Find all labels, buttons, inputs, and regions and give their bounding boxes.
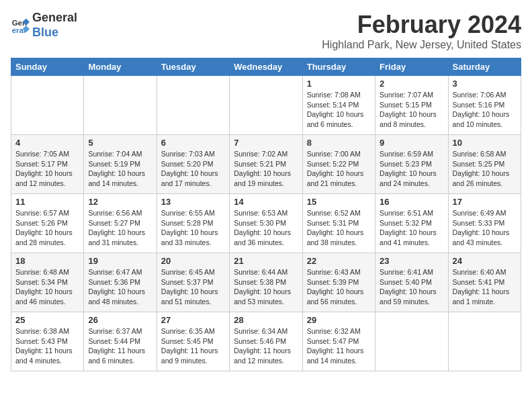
calendar-cell: 23Sunrise: 6:41 AMSunset: 5:40 PMDayligh…: [375, 253, 448, 312]
logo-general-text: General: [32, 11, 77, 24]
logo: Gen eral General Blue: [11, 11, 77, 40]
day-info: Sunrise: 7:06 AMSunset: 5:16 PMDaylight:…: [453, 90, 517, 130]
day-number: 17: [453, 197, 517, 207]
calendar-cell: 6Sunrise: 7:03 AMSunset: 5:20 PMDaylight…: [157, 135, 229, 194]
day-number: 21: [234, 256, 298, 266]
day-info: Sunrise: 6:59 AMSunset: 5:23 PMDaylight:…: [380, 149, 443, 189]
day-info: Sunrise: 6:41 AMSunset: 5:40 PMDaylight:…: [380, 267, 443, 307]
header-row: SundayMondayTuesdayWednesdayThursdayFrid…: [11, 58, 521, 76]
calendar-cell: 26Sunrise: 6:37 AMSunset: 5:44 PMDayligh…: [84, 312, 157, 371]
day-number: 24: [453, 256, 517, 266]
day-info: Sunrise: 6:48 AMSunset: 5:34 PMDaylight:…: [15, 267, 79, 307]
calendar-week-row: 18Sunrise: 6:48 AMSunset: 5:34 PMDayligh…: [11, 253, 521, 312]
calendar-cell: 16Sunrise: 6:51 AMSunset: 5:32 PMDayligh…: [375, 194, 448, 253]
day-number: 10: [453, 138, 517, 148]
calendar-cell: [84, 76, 157, 135]
day-number: 7: [234, 138, 298, 148]
day-info: Sunrise: 6:56 AMSunset: 5:27 PMDaylight:…: [88, 208, 152, 248]
calendar-week-row: 25Sunrise: 6:38 AMSunset: 5:43 PMDayligh…: [11, 312, 521, 371]
logo-blue-text: Blue: [32, 26, 58, 39]
day-number: 16: [380, 197, 443, 207]
day-number: 6: [161, 138, 225, 148]
day-number: 26: [88, 315, 152, 325]
day-number: 22: [307, 256, 371, 266]
calendar-cell: 9Sunrise: 6:59 AMSunset: 5:23 PMDaylight…: [375, 135, 448, 194]
day-info: Sunrise: 6:53 AMSunset: 5:30 PMDaylight:…: [234, 208, 298, 248]
day-of-week-header: Tuesday: [157, 58, 229, 76]
day-number: 4: [15, 138, 79, 148]
calendar-cell: 15Sunrise: 6:52 AMSunset: 5:31 PMDayligh…: [302, 194, 375, 253]
day-info: Sunrise: 6:40 AMSunset: 5:41 PMDaylight:…: [453, 267, 517, 307]
day-info: Sunrise: 6:47 AMSunset: 5:36 PMDaylight:…: [88, 267, 152, 307]
day-info: Sunrise: 6:51 AMSunset: 5:32 PMDaylight:…: [380, 208, 443, 248]
calendar-cell: 22Sunrise: 6:43 AMSunset: 5:39 PMDayligh…: [302, 253, 375, 312]
day-info: Sunrise: 6:52 AMSunset: 5:31 PMDaylight:…: [307, 208, 371, 248]
calendar-week-row: 4Sunrise: 7:05 AMSunset: 5:17 PMDaylight…: [11, 135, 521, 194]
day-of-week-header: Monday: [84, 58, 157, 76]
day-info: Sunrise: 6:58 AMSunset: 5:25 PMDaylight:…: [453, 149, 517, 189]
day-number: 15: [307, 197, 371, 207]
calendar-cell: 3Sunrise: 7:06 AMSunset: 5:16 PMDaylight…: [448, 76, 521, 135]
calendar-table: SundayMondayTuesdayWednesdayThursdayFrid…: [11, 58, 521, 371]
day-info: Sunrise: 6:55 AMSunset: 5:28 PMDaylight:…: [161, 208, 225, 248]
day-info: Sunrise: 6:32 AMSunset: 5:47 PMDaylight:…: [307, 326, 371, 366]
day-info: Sunrise: 7:02 AMSunset: 5:21 PMDaylight:…: [234, 149, 298, 189]
calendar-cell: 11Sunrise: 6:57 AMSunset: 5:26 PMDayligh…: [11, 194, 84, 253]
calendar-cell: 20Sunrise: 6:45 AMSunset: 5:37 PMDayligh…: [157, 253, 229, 312]
calendar-cell: 17Sunrise: 6:49 AMSunset: 5:33 PMDayligh…: [448, 194, 521, 253]
calendar-cell: [448, 312, 521, 371]
day-of-week-header: Saturday: [448, 58, 521, 76]
day-info: Sunrise: 7:00 AMSunset: 5:22 PMDaylight:…: [307, 149, 371, 189]
day-number: 19: [88, 256, 152, 266]
calendar-title: February 2024: [322, 11, 521, 39]
day-of-week-header: Friday: [375, 58, 448, 76]
day-of-week-header: Thursday: [302, 58, 375, 76]
day-number: 8: [307, 138, 371, 148]
calendar-cell: 5Sunrise: 7:04 AMSunset: 5:19 PMDaylight…: [84, 135, 157, 194]
calendar-cell: [375, 312, 448, 371]
calendar-cell: 25Sunrise: 6:38 AMSunset: 5:43 PMDayligh…: [11, 312, 84, 371]
calendar-cell: 7Sunrise: 7:02 AMSunset: 5:21 PMDaylight…: [230, 135, 302, 194]
calendar-cell: 14Sunrise: 6:53 AMSunset: 5:30 PMDayligh…: [230, 194, 302, 253]
title-area: February 2024 Highland Park, New Jersey,…: [322, 11, 521, 51]
day-number: 27: [161, 315, 225, 325]
day-number: 3: [453, 79, 517, 89]
day-of-week-header: Wednesday: [230, 58, 302, 76]
day-number: 11: [15, 197, 79, 207]
calendar-cell: 24Sunrise: 6:40 AMSunset: 5:41 PMDayligh…: [448, 253, 521, 312]
calendar-cell: [157, 76, 229, 135]
calendar-cell: 28Sunrise: 6:34 AMSunset: 5:46 PMDayligh…: [230, 312, 302, 371]
day-number: 25: [15, 315, 79, 325]
calendar-cell: 19Sunrise: 6:47 AMSunset: 5:36 PMDayligh…: [84, 253, 157, 312]
day-number: 20: [161, 256, 225, 266]
logo-icon: Gen eral: [11, 16, 30, 35]
calendar-cell: 1Sunrise: 7:08 AMSunset: 5:14 PMDaylight…: [302, 76, 375, 135]
calendar-cell: 29Sunrise: 6:32 AMSunset: 5:47 PMDayligh…: [302, 312, 375, 371]
day-number: 28: [234, 315, 298, 325]
day-number: 18: [15, 256, 79, 266]
page-header: Gen eral General Blue February 2024 High…: [11, 11, 521, 51]
day-info: Sunrise: 6:38 AMSunset: 5:43 PMDaylight:…: [15, 326, 79, 366]
day-info: Sunrise: 7:07 AMSunset: 5:15 PMDaylight:…: [380, 90, 443, 130]
day-number: 23: [380, 256, 443, 266]
calendar-cell: 12Sunrise: 6:56 AMSunset: 5:27 PMDayligh…: [84, 194, 157, 253]
day-info: Sunrise: 6:57 AMSunset: 5:26 PMDaylight:…: [15, 208, 79, 248]
calendar-cell: 4Sunrise: 7:05 AMSunset: 5:17 PMDaylight…: [11, 135, 84, 194]
calendar-cell: 13Sunrise: 6:55 AMSunset: 5:28 PMDayligh…: [157, 194, 229, 253]
day-number: 29: [307, 315, 371, 325]
day-info: Sunrise: 6:49 AMSunset: 5:33 PMDaylight:…: [453, 208, 517, 248]
day-number: 9: [380, 138, 443, 148]
calendar-cell: 21Sunrise: 6:44 AMSunset: 5:38 PMDayligh…: [230, 253, 302, 312]
day-info: Sunrise: 6:45 AMSunset: 5:37 PMDaylight:…: [161, 267, 225, 307]
day-info: Sunrise: 7:08 AMSunset: 5:14 PMDaylight:…: [307, 90, 371, 130]
day-number: 1: [307, 79, 371, 89]
day-info: Sunrise: 6:34 AMSunset: 5:46 PMDaylight:…: [234, 326, 298, 366]
calendar-cell: 8Sunrise: 7:00 AMSunset: 5:22 PMDaylight…: [302, 135, 375, 194]
calendar-cell: 18Sunrise: 6:48 AMSunset: 5:34 PMDayligh…: [11, 253, 84, 312]
calendar-cell: 10Sunrise: 6:58 AMSunset: 5:25 PMDayligh…: [448, 135, 521, 194]
day-of-week-header: Sunday: [11, 58, 84, 76]
calendar-subtitle: Highland Park, New Jersey, United States: [322, 39, 521, 51]
day-number: 12: [88, 197, 152, 207]
day-number: 2: [380, 79, 443, 89]
calendar-cell: 27Sunrise: 6:35 AMSunset: 5:45 PMDayligh…: [157, 312, 229, 371]
